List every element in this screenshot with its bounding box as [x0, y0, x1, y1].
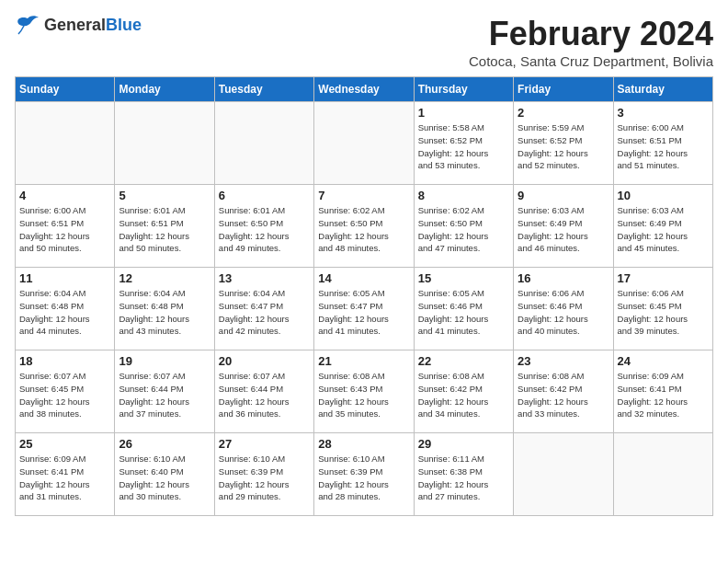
- day-of-week-header: Thursday: [414, 77, 513, 102]
- day-number: 18: [19, 354, 110, 368]
- calendar-cell: 27Sunrise: 6:10 AM Sunset: 6:39 PM Dayli…: [214, 433, 313, 516]
- day-number: 23: [518, 354, 609, 368]
- day-info: Sunrise: 6:09 AM Sunset: 6:41 PM Dayligh…: [19, 453, 110, 503]
- calendar-table: SundayMondayTuesdayWednesdayThursdayFrid…: [15, 76, 713, 516]
- day-number: 21: [318, 354, 409, 368]
- day-number: 5: [119, 189, 210, 202]
- calendar-cell: [613, 433, 712, 516]
- day-info: Sunrise: 6:06 AM Sunset: 6:46 PM Dayligh…: [518, 287, 609, 338]
- day-info: Sunrise: 6:08 AM Sunset: 6:42 PM Dayligh…: [518, 370, 609, 420]
- day-number: 2: [518, 106, 609, 120]
- day-info: Sunrise: 6:06 AM Sunset: 6:45 PM Dayligh…: [618, 287, 709, 338]
- calendar-cell: 23Sunrise: 6:08 AM Sunset: 6:42 PM Dayli…: [514, 350, 613, 433]
- calendar-cell: 26Sunrise: 6:10 AM Sunset: 6:40 PM Dayli…: [115, 433, 214, 516]
- calendar-cell: 6Sunrise: 6:01 AM Sunset: 6:50 PM Daylig…: [214, 185, 313, 268]
- day-number: 25: [19, 437, 110, 451]
- day-number: 11: [19, 271, 110, 285]
- day-info: Sunrise: 6:04 AM Sunset: 6:47 PM Dayligh…: [219, 287, 310, 338]
- calendar-week-row: 25Sunrise: 6:09 AM Sunset: 6:41 PM Dayli…: [16, 433, 713, 516]
- day-info: Sunrise: 6:08 AM Sunset: 6:42 PM Dayligh…: [418, 370, 509, 420]
- day-info: Sunrise: 6:10 AM Sunset: 6:39 PM Dayligh…: [219, 453, 310, 503]
- day-info: Sunrise: 6:02 AM Sunset: 6:50 PM Dayligh…: [418, 204, 509, 255]
- logo-general: General: [44, 16, 106, 34]
- calendar-week-row: 1Sunrise: 5:58 AM Sunset: 6:52 PM Daylig…: [16, 102, 713, 185]
- calendar-cell: 3Sunrise: 6:00 AM Sunset: 6:51 PM Daylig…: [613, 102, 712, 185]
- day-number: 24: [618, 354, 709, 368]
- day-of-week-header: Monday: [115, 77, 214, 102]
- calendar-cell: 10Sunrise: 6:03 AM Sunset: 6:49 PM Dayli…: [613, 185, 712, 268]
- calendar-cell: 28Sunrise: 6:10 AM Sunset: 6:39 PM Dayli…: [314, 433, 414, 516]
- day-info: Sunrise: 6:07 AM Sunset: 6:45 PM Dayligh…: [19, 370, 110, 420]
- day-number: 19: [119, 354, 210, 368]
- day-info: Sunrise: 5:59 AM Sunset: 6:52 PM Dayligh…: [518, 121, 609, 172]
- calendar-cell: 12Sunrise: 6:04 AM Sunset: 6:48 PM Dayli…: [115, 268, 214, 350]
- calendar-cell: 25Sunrise: 6:09 AM Sunset: 6:41 PM Dayli…: [16, 433, 115, 516]
- day-number: 7: [318, 189, 409, 202]
- calendar-cell: [314, 102, 414, 185]
- calendar-cell: 20Sunrise: 6:07 AM Sunset: 6:44 PM Dayli…: [214, 350, 313, 433]
- calendar-cell: 22Sunrise: 6:08 AM Sunset: 6:42 PM Dayli…: [414, 350, 513, 433]
- logo: GeneralBlue: [15, 15, 142, 35]
- day-number: 28: [318, 437, 409, 451]
- day-info: Sunrise: 6:09 AM Sunset: 6:41 PM Dayligh…: [618, 370, 709, 420]
- day-info: Sunrise: 6:00 AM Sunset: 6:51 PM Dayligh…: [618, 121, 709, 172]
- day-of-week-header: Wednesday: [314, 77, 414, 102]
- calendar-cell: 14Sunrise: 6:05 AM Sunset: 6:47 PM Dayli…: [314, 268, 414, 350]
- calendar-week-row: 11Sunrise: 6:04 AM Sunset: 6:48 PM Dayli…: [16, 268, 713, 350]
- calendar-cell: 1Sunrise: 5:58 AM Sunset: 6:52 PM Daylig…: [414, 102, 513, 185]
- calendar-cell: [16, 102, 115, 185]
- day-number: 12: [119, 271, 210, 285]
- day-info: Sunrise: 6:07 AM Sunset: 6:44 PM Dayligh…: [119, 370, 210, 420]
- month-title: February 2024: [469, 15, 713, 53]
- day-of-week-header: Friday: [514, 77, 613, 102]
- calendar-cell: 24Sunrise: 6:09 AM Sunset: 6:41 PM Dayli…: [613, 350, 712, 433]
- day-info: Sunrise: 6:01 AM Sunset: 6:51 PM Dayligh…: [119, 204, 210, 255]
- calendar-cell: 29Sunrise: 6:11 AM Sunset: 6:38 PM Dayli…: [414, 433, 513, 516]
- calendar-cell: 15Sunrise: 6:05 AM Sunset: 6:46 PM Dayli…: [414, 268, 513, 350]
- calendar-cell: 7Sunrise: 6:02 AM Sunset: 6:50 PM Daylig…: [314, 185, 414, 268]
- day-number: 8: [418, 189, 509, 202]
- day-info: Sunrise: 6:05 AM Sunset: 6:46 PM Dayligh…: [418, 287, 509, 338]
- calendar-cell: 18Sunrise: 6:07 AM Sunset: 6:45 PM Dayli…: [16, 350, 115, 433]
- title-area: February 2024 Cotoca, Santa Cruz Departm…: [469, 15, 713, 69]
- day-info: Sunrise: 6:04 AM Sunset: 6:48 PM Dayligh…: [119, 287, 210, 338]
- day-number: 1: [418, 106, 509, 120]
- calendar-header-row: SundayMondayTuesdayWednesdayThursdayFrid…: [16, 77, 713, 102]
- day-info: Sunrise: 6:08 AM Sunset: 6:43 PM Dayligh…: [318, 370, 409, 420]
- calendar-cell: [115, 102, 214, 185]
- calendar-week-row: 18Sunrise: 6:07 AM Sunset: 6:45 PM Dayli…: [16, 350, 713, 433]
- logo-text: GeneralBlue: [44, 16, 142, 35]
- day-number: 4: [19, 189, 110, 202]
- day-number: 15: [418, 271, 509, 285]
- calendar-cell: 21Sunrise: 6:08 AM Sunset: 6:43 PM Dayli…: [314, 350, 414, 433]
- day-number: 16: [518, 271, 609, 285]
- day-number: 9: [518, 189, 609, 202]
- day-info: Sunrise: 5:58 AM Sunset: 6:52 PM Dayligh…: [418, 121, 509, 172]
- calendar-cell: 8Sunrise: 6:02 AM Sunset: 6:50 PM Daylig…: [414, 185, 513, 268]
- calendar-cell: 2Sunrise: 5:59 AM Sunset: 6:52 PM Daylig…: [514, 102, 613, 185]
- calendar-cell: 11Sunrise: 6:04 AM Sunset: 6:48 PM Dayli…: [16, 268, 115, 350]
- day-of-week-header: Tuesday: [214, 77, 313, 102]
- calendar-cell: 5Sunrise: 6:01 AM Sunset: 6:51 PM Daylig…: [115, 185, 214, 268]
- header: GeneralBlue February 2024 Cotoca, Santa …: [15, 15, 713, 69]
- day-number: 3: [618, 106, 709, 120]
- day-of-week-header: Saturday: [613, 77, 712, 102]
- calendar-cell: 9Sunrise: 6:03 AM Sunset: 6:49 PM Daylig…: [514, 185, 613, 268]
- calendar-cell: 19Sunrise: 6:07 AM Sunset: 6:44 PM Dayli…: [115, 350, 214, 433]
- calendar-cell: 16Sunrise: 6:06 AM Sunset: 6:46 PM Dayli…: [514, 268, 613, 350]
- day-info: Sunrise: 6:03 AM Sunset: 6:49 PM Dayligh…: [518, 204, 609, 255]
- calendar-cell: [514, 433, 613, 516]
- day-number: 26: [119, 437, 210, 451]
- day-info: Sunrise: 6:00 AM Sunset: 6:51 PM Dayligh…: [19, 204, 110, 255]
- day-number: 6: [219, 189, 310, 202]
- day-info: Sunrise: 6:02 AM Sunset: 6:50 PM Dayligh…: [318, 204, 409, 255]
- day-info: Sunrise: 6:05 AM Sunset: 6:47 PM Dayligh…: [318, 287, 409, 338]
- day-number: 20: [219, 354, 310, 368]
- day-number: 13: [219, 271, 310, 285]
- day-number: 27: [219, 437, 310, 451]
- day-info: Sunrise: 6:04 AM Sunset: 6:48 PM Dayligh…: [19, 287, 110, 338]
- day-number: 22: [418, 354, 509, 368]
- calendar-cell: 17Sunrise: 6:06 AM Sunset: 6:45 PM Dayli…: [613, 268, 712, 350]
- calendar-cell: 4Sunrise: 6:00 AM Sunset: 6:51 PM Daylig…: [16, 185, 115, 268]
- day-number: 29: [418, 437, 509, 451]
